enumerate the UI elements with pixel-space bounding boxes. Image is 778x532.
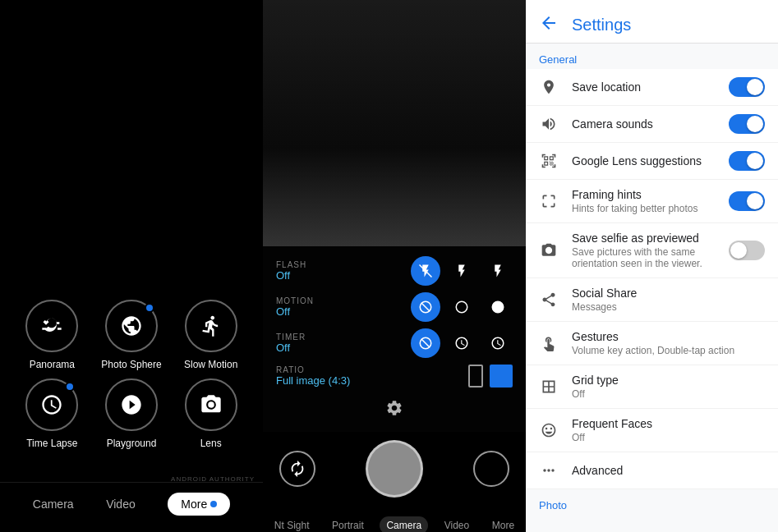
flash-on-btn[interactable] [447, 256, 476, 286]
settings-gestures[interactable]: Gestures Volume key action, Double-tap a… [526, 322, 778, 365]
save-selfie-subtitle: Save pictures with the same orientation … [572, 246, 716, 269]
social-share-title: Social Share [572, 287, 765, 300]
selfie-icon [539, 241, 559, 260]
save-location-toggle[interactable] [729, 77, 765, 97]
settings-advanced[interactable]: Advanced [526, 452, 778, 489]
save-selfie-title: Save selfie as previewed [572, 232, 716, 245]
grid-type-subtitle: Off [572, 388, 765, 400]
tab-video[interactable]: Video [438, 516, 476, 532]
sound-icon [539, 114, 559, 134]
ratio-tall-btn[interactable] [468, 365, 483, 388]
back-button[interactable] [539, 13, 559, 36]
motion-opt2-btn[interactable] [483, 292, 513, 322]
mode-panorama[interactable]: Panorama [16, 300, 88, 370]
mode-photo-sphere[interactable]: Photo Sphere [96, 300, 168, 370]
tab-portrait[interactable]: Portrait [325, 516, 371, 532]
ratio-label: RATIO [276, 365, 350, 374]
nav-camera[interactable]: Camera [33, 498, 74, 511]
flash-control: FLASH Off [276, 256, 513, 286]
svg-line-8 [421, 339, 430, 348]
nav-video[interactable]: Video [106, 498, 136, 511]
settings-social-share[interactable]: Social Share Messages [526, 278, 778, 322]
google-lens-toggle[interactable] [729, 151, 765, 171]
frequent-faces-subtitle: Off [572, 432, 765, 443]
google-lens-title: Google Lens suggestions [572, 154, 716, 167]
grid-icon [539, 377, 559, 397]
save-location-title: Save location [572, 80, 716, 94]
camera-mode-tabs: Nt Sight Portrait Camera Video More [263, 510, 526, 532]
svg-point-6 [495, 305, 500, 310]
mode-lens[interactable]: Lens [175, 378, 246, 449]
camera-sounds-toggle[interactable] [729, 114, 765, 134]
tab-more[interactable]: More [486, 516, 521, 532]
tab-camera[interactable]: Camera [380, 516, 428, 532]
tab-night-sight[interactable]: Nt Sight [268, 516, 316, 532]
mode-label-sphere: Photo Sphere [101, 359, 161, 370]
switch-camera-btn[interactable] [473, 451, 509, 487]
watermark: ANDROID AUTHORITY [171, 475, 255, 483]
motion-control: MOTION Off [276, 292, 513, 322]
modes-grid: Panorama Photo Sphere Slow Motion Time L… [0, 283, 263, 466]
motion-value: Off [276, 305, 314, 318]
lens-icon [539, 151, 559, 171]
settings-save-location[interactable]: Save location [526, 69, 778, 106]
ratio-value: Full image (4:3) [276, 374, 350, 387]
flash-auto-btn[interactable] [483, 256, 513, 286]
gestures-subtitle: Volume key action, Double-tap action [572, 345, 765, 356]
settings-framing-hints[interactable]: Framing hints Hints for taking better ph… [526, 180, 778, 223]
settings-grid-type[interactable]: Grid type Off [526, 365, 778, 409]
active-indicator [210, 501, 217, 507]
settings-camera-sounds[interactable]: Camera sounds [526, 106, 778, 143]
social-share-subtitle: Messages [572, 301, 765, 313]
motion-opt1-btn[interactable] [447, 292, 476, 322]
share-icon [539, 290, 559, 310]
settings-frequent-faces[interactable]: Frequent Faces Off [526, 409, 778, 452]
settings-save-selfie[interactable]: Save selfie as previewed Save pictures w… [526, 223, 778, 278]
ratio-wide-btn[interactable] [490, 365, 513, 388]
framing-hints-title: Framing hints [572, 188, 716, 201]
camera-ui-panel: FLASH Off MOTION Off [263, 0, 526, 532]
section-photo-label: Photo [526, 489, 778, 515]
framing-icon [539, 191, 559, 211]
mode-label-timelapse: Time Lapse [26, 438, 77, 449]
save-selfie-toggle[interactable] [729, 241, 765, 260]
timer-label: TIMER [276, 332, 306, 342]
framing-hints-toggle[interactable] [729, 191, 765, 211]
motion-off-btn[interactable] [411, 292, 440, 322]
faces-icon [539, 420, 559, 440]
shutter-button[interactable] [366, 440, 423, 498]
gestures-title: Gestures [572, 330, 765, 343]
mode-time-lapse[interactable]: Time Lapse [16, 378, 88, 449]
flip-camera-btn[interactable] [279, 451, 315, 487]
svg-point-0 [208, 401, 214, 407]
timer-control: TIMER Off [276, 328, 513, 358]
camera-bottom-nav: Camera Video More [0, 482, 263, 532]
mode-label-playground: Playground [107, 438, 157, 449]
camera-controls: FLASH Off MOTION Off [263, 246, 526, 432]
location-icon [539, 77, 559, 97]
framing-hints-subtitle: Hints for taking better photos [572, 203, 716, 214]
mode-playground[interactable]: Playground [96, 378, 168, 449]
timer-off-btn[interactable] [411, 328, 440, 358]
mode-label-slow: Slow Motion [184, 359, 237, 370]
nav-more[interactable]: More [168, 493, 230, 516]
timer-value: Off [276, 342, 306, 354]
timer-10s-btn[interactable] [483, 328, 513, 358]
settings-title: Settings [572, 16, 631, 34]
camera-shutter-area [263, 432, 526, 510]
camera-sounds-title: Camera sounds [572, 117, 716, 131]
settings-google-lens[interactable]: Google Lens suggestions [526, 143, 778, 180]
advanced-title: Advanced [572, 464, 765, 477]
timer-3s-btn[interactable] [447, 328, 476, 358]
gesture-icon [539, 333, 559, 353]
flash-off-btn[interactable] [411, 256, 440, 286]
flash-label: FLASH [276, 260, 306, 269]
ratio-control: RATIO Full image (4:3) [276, 365, 513, 388]
dots-icon [539, 461, 559, 480]
mode-slow-motion[interactable]: Slow Motion [175, 300, 246, 370]
mode-label-lens: Lens [200, 438, 222, 449]
grid-type-title: Grid type [572, 374, 765, 387]
settings-panel: Settings General Save location Camera so… [526, 0, 778, 532]
settings-gear[interactable] [276, 394, 513, 422]
section-general-label: General [526, 44, 778, 69]
